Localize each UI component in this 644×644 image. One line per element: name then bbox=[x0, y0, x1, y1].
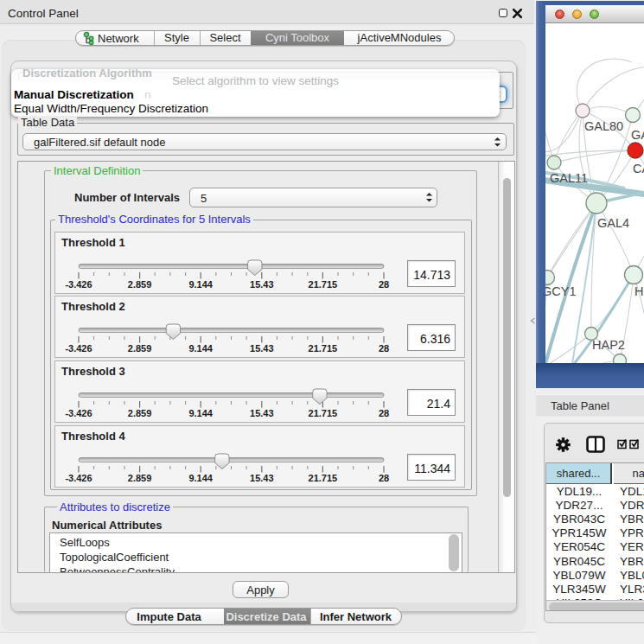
svg-text:HI: HI bbox=[634, 284, 644, 298]
svg-text:GCY1: GCY1 bbox=[545, 284, 577, 298]
svg-text:HAP2: HAP2 bbox=[592, 338, 625, 352]
svg-text:-3.426: -3.426 bbox=[65, 408, 92, 418]
svg-text:21.715: 21.715 bbox=[309, 473, 338, 483]
svg-text:GA: GA bbox=[631, 128, 644, 142]
svg-text:15.43: 15.43 bbox=[250, 279, 274, 290]
svg-text:GAL4: GAL4 bbox=[597, 216, 629, 230]
svg-text:GAL11: GAL11 bbox=[550, 171, 588, 185]
svg-text:9.144: 9.144 bbox=[188, 473, 213, 483]
svg-text:15.43: 15.43 bbox=[250, 343, 274, 354]
svg-text:21.715: 21.715 bbox=[309, 343, 338, 354]
svg-text:GAL80: GAL80 bbox=[584, 119, 623, 133]
svg-text:9.144: 9.144 bbox=[188, 279, 213, 290]
svg-text:CA: CA bbox=[633, 162, 644, 175]
svg-text:-3.426: -3.426 bbox=[65, 473, 92, 483]
svg-text:2.859: 2.859 bbox=[128, 279, 152, 290]
svg-text:28: 28 bbox=[379, 408, 389, 418]
svg-text:21.715: 21.715 bbox=[309, 408, 338, 418]
svg-text:15.43: 15.43 bbox=[250, 408, 274, 418]
svg-text:9.144: 9.144 bbox=[188, 343, 213, 354]
svg-text:28: 28 bbox=[379, 343, 389, 354]
svg-text:15.43: 15.43 bbox=[250, 473, 274, 483]
svg-text:21.715: 21.715 bbox=[309, 279, 338, 290]
svg-text:28: 28 bbox=[379, 473, 389, 483]
svg-text:-3.426: -3.426 bbox=[65, 343, 92, 354]
svg-text:9.144: 9.144 bbox=[188, 408, 213, 418]
svg-text:-3.426: -3.426 bbox=[65, 279, 92, 290]
svg-text:2.859: 2.859 bbox=[128, 343, 152, 354]
svg-text:2.859: 2.859 bbox=[128, 473, 152, 483]
svg-text:2.859: 2.859 bbox=[128, 408, 152, 418]
svg-text:28: 28 bbox=[379, 279, 389, 290]
